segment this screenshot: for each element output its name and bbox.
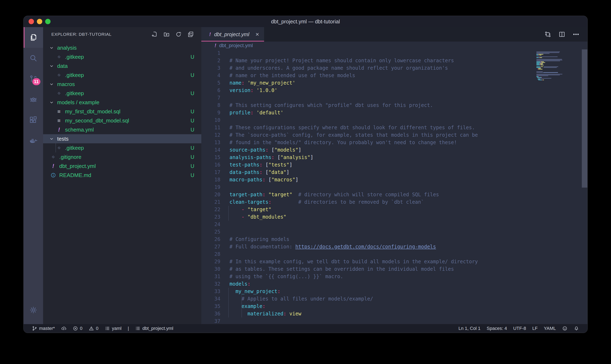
tree-folder-analysis[interactable]: analysis	[43, 43, 201, 52]
refresh-button[interactable]	[175, 31, 182, 38]
code-line-11[interactable]: 11# These configurations specify where d…	[201, 124, 587, 131]
code-line-22[interactable]: 22 - "target"	[201, 206, 587, 213]
error-icon	[73, 326, 78, 331]
minimap[interactable]	[536, 51, 582, 81]
tree-file--gitkeep[interactable]: .gitkeepU	[43, 89, 201, 98]
more-actions-button[interactable]	[572, 31, 580, 38]
minimize-window-button[interactable]	[37, 19, 42, 24]
activity-item-debug[interactable]	[24, 89, 43, 110]
code-line-35[interactable]: 35 example:	[201, 303, 587, 310]
status-git-branch[interactable]: master*	[32, 326, 55, 331]
code-line-24[interactable]: 24	[201, 221, 587, 228]
code-line-5[interactable]: 5name: 'my_new_project'	[201, 79, 587, 87]
code-line-4[interactable]: 4# name or the intended use of these mod…	[201, 72, 587, 79]
code-line-14[interactable]: 14source-paths: ["models"]	[201, 146, 587, 154]
code-line-7[interactable]: 7	[201, 94, 587, 102]
title-bar: dbt_project.yml — dbt-tutorial	[24, 16, 587, 27]
code-line-25[interactable]: 25	[201, 228, 587, 235]
line-number: 30	[201, 265, 220, 273]
code-line-32[interactable]: 32models:	[201, 280, 587, 288]
docker-icon	[29, 136, 38, 145]
code-line-26[interactable]: 26# Configuring models	[201, 235, 587, 243]
line-number: 19	[201, 183, 220, 191]
close-icon[interactable]: ×	[255, 31, 259, 38]
code-line-20[interactable]: 20target-path: "target" # directory whic…	[201, 191, 587, 198]
code-line-2[interactable]: 2# Name your project! Project names shou…	[201, 57, 587, 64]
tree-file-dbt-project-yml[interactable]: !dbt_project.ymlU	[43, 162, 201, 171]
status-sync[interactable]	[61, 326, 67, 331]
status-encoding[interactable]: UTF-8	[513, 326, 526, 331]
split-editor-button[interactable]	[558, 31, 565, 38]
code-line-12[interactable]: 12# The `source-paths` config, for examp…	[201, 131, 587, 139]
status-language-mode[interactable]: YAML	[544, 326, 556, 331]
code-editor[interactable]: 12# Name your project! Project names sho…	[201, 50, 587, 324]
tree-file--gitkeep[interactable]: .gitkeepU	[43, 71, 201, 80]
status-cursor-position[interactable]: Ln 1, Col 1	[458, 326, 480, 331]
code-line-36[interactable]: 36 materialized: view	[201, 310, 587, 317]
new-file-button[interactable]	[151, 31, 158, 38]
status-feedback[interactable]	[562, 326, 568, 331]
zoom-window-button[interactable]	[45, 19, 51, 24]
breadcrumb[interactable]: ! dbt_project.yml	[201, 41, 587, 50]
activity-item-docker[interactable]	[24, 130, 43, 151]
activity-item-extensions[interactable]	[24, 110, 43, 130]
status-errors[interactable]: 0	[73, 326, 83, 331]
tree-folder-data[interactable]: data	[43, 61, 201, 71]
code-line-37[interactable]: 37	[201, 317, 587, 324]
status-eol[interactable]: LF	[532, 326, 538, 331]
code-line-17[interactable]: 17data-paths: ["data"]	[201, 169, 587, 176]
scrollbar-thumb[interactable]	[582, 50, 587, 188]
status-lang-status[interactable]: yaml	[105, 326, 121, 331]
tree-folder-macros[interactable]: macros	[43, 80, 201, 89]
tree-file-my-first-dbt-model-sql[interactable]: ≡my_first_dbt_model.sqlU	[43, 107, 201, 116]
activity-item-source-control[interactable]: 11	[24, 68, 43, 89]
activity-item-explorer[interactable]	[24, 27, 43, 48]
vscode-window: dbt_project.yml — dbt-tutorial 11 EXPLOR…	[23, 16, 588, 333]
collapse-all-button[interactable]	[187, 31, 194, 38]
tree-file--gitignore[interactable]: .gitignoreU	[43, 152, 201, 162]
close-window-button[interactable]	[28, 19, 34, 24]
status-notifications[interactable]	[574, 326, 579, 331]
line-number: 4	[201, 72, 220, 79]
status-file-status[interactable]: dbt_project.yml	[135, 326, 173, 331]
tree-file--gitkeep[interactable]: .gitkeepU	[43, 52, 201, 61]
status-indentation[interactable]: Spaces: 4	[487, 326, 507, 331]
code-line-34[interactable]: 34 # Applies to all files under models/e…	[201, 295, 587, 303]
code-line-16[interactable]: 16test-paths: ["tests"]	[201, 161, 587, 169]
explorer-sidebar: EXPLORER: DBT-TUTORIAL analysis.gitkeepU…	[43, 27, 201, 324]
code-line-9[interactable]: 9profile: 'default'	[201, 109, 587, 117]
code-line-6[interactable]: 6version: '1.0.0'	[201, 87, 587, 94]
new-folder-button[interactable]	[163, 31, 170, 38]
code-line-23[interactable]: 23 - "dbt_modules"	[201, 213, 587, 221]
code-line-13[interactable]: 13# found in the "models/" directory. Yo…	[201, 139, 587, 146]
code-line-33[interactable]: 33 my_new_project:	[201, 288, 587, 295]
tree-file-my-second-dbt-model-sql[interactable]: ≡my_second_dbt_model.sqlU	[43, 116, 201, 125]
code-line-30[interactable]: 30# as tables. These settings can be ove…	[201, 265, 587, 273]
status-label: Ln 1, Col 1	[458, 326, 480, 331]
code-line-27[interactable]: 27# Full documentation: https://docs.get…	[201, 243, 587, 250]
status-separator: |	[128, 326, 129, 331]
status-warnings[interactable]: 0	[89, 326, 98, 331]
tree-file-schema-yml[interactable]: !schema.ymlU	[43, 125, 201, 134]
code-line-31[interactable]: 31# using the `{{ config(...) }}` macro.	[201, 273, 587, 280]
tree-folder-models-example[interactable]: models / example	[43, 98, 201, 107]
open-changes-button[interactable]	[544, 31, 551, 38]
code-line-3[interactable]: 3# and underscores. A good package name …	[201, 64, 587, 72]
code-line-10[interactable]: 10	[201, 117, 587, 124]
code-line-21[interactable]: 21clean-targets: # directories to be rem…	[201, 198, 587, 206]
tab-dbt-project-yml[interactable]: ! dbt_project.yml ×	[201, 27, 264, 41]
code-line-28[interactable]: 28	[201, 250, 587, 258]
code-line-19[interactable]: 19	[201, 183, 587, 191]
tree-file-readme-md[interactable]: README.mdU	[43, 171, 201, 180]
code-line-8[interactable]: 8# This setting configures which "profil…	[201, 102, 587, 109]
activity-item-search[interactable]	[24, 48, 43, 68]
scm-changes-badge: 11	[32, 78, 41, 86]
code-line-18[interactable]: 18macro-paths: ["macros"]	[201, 176, 587, 183]
code-line-29[interactable]: 29# In this example config, we tell dbt …	[201, 258, 587, 265]
activity-item-settings[interactable]	[24, 300, 43, 320]
tree-file--gitkeep[interactable]: .gitkeepU	[43, 143, 201, 152]
code-line-1[interactable]: 1	[201, 50, 587, 57]
status-label: yaml	[112, 326, 121, 331]
code-line-15[interactable]: 15analysis-paths: ["analysis"]	[201, 154, 587, 161]
tree-folder-tests[interactable]: tests	[43, 134, 201, 143]
